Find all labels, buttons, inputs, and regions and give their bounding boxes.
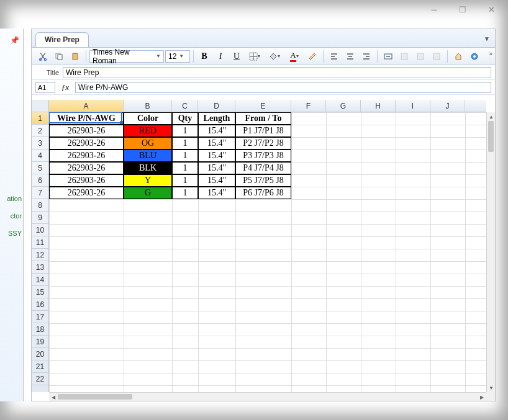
column-header[interactable]: E	[235, 100, 291, 112]
sidebar-item[interactable]: ctor	[0, 211, 23, 221]
row-header[interactable]: 15	[32, 286, 48, 298]
row-header[interactable]: 7	[32, 187, 48, 199]
sheet-tab[interactable]: Wire Prep	[35, 32, 89, 47]
vertical-scrollbar[interactable]: ▲ ▼	[486, 112, 495, 392]
scroll-right-arrow-icon[interactable]: ▶	[478, 393, 486, 401]
row-header[interactable]: 20	[32, 348, 48, 360]
cell[interactable]: 1	[172, 150, 198, 162]
cell[interactable]: From / To	[235, 112, 291, 125]
cell[interactable]: G	[124, 187, 172, 199]
cell[interactable]: RED	[124, 125, 172, 137]
scroll-down-arrow-icon[interactable]: ▼	[487, 383, 495, 392]
cell[interactable]: 1	[172, 162, 198, 174]
cell[interactable]: 15.4"	[198, 150, 235, 162]
column-header[interactable]: J	[430, 100, 465, 112]
cell[interactable]: BLU	[124, 150, 172, 162]
row-header[interactable]: 6	[32, 174, 48, 187]
column-header[interactable]: C	[172, 100, 198, 112]
insert-col-button[interactable]	[413, 50, 428, 63]
row-header[interactable]: 5	[32, 162, 48, 174]
horizontal-scrollbar[interactable]: ◀ ▶	[49, 392, 486, 401]
cell[interactable]: 262903-26	[49, 162, 124, 174]
tab-menu-arrow-icon[interactable]: ▼	[484, 35, 490, 42]
row-header[interactable]: 1	[32, 112, 48, 125]
font-family-combo[interactable]: Times New Roman▼	[89, 50, 164, 63]
sidebar-item[interactable]: SSY	[0, 228, 23, 238]
formula-input[interactable]: Wire P/N-AWG	[75, 82, 491, 93]
merge-cells-button[interactable]	[381, 50, 396, 63]
cell[interactable]: 15.4"	[198, 162, 235, 174]
cell[interactable]: Length	[198, 112, 235, 125]
cell[interactable]: P2 J7/P2 J8	[235, 137, 291, 150]
select-all-corner[interactable]	[32, 100, 49, 112]
maximize-button[interactable]: ☐	[448, 1, 477, 18]
row-header[interactable]: 14	[32, 274, 48, 286]
clear-button[interactable]	[451, 50, 466, 63]
cell[interactable]: 262903-26	[49, 187, 124, 199]
scroll-left-arrow-icon[interactable]: ◀	[49, 393, 58, 401]
cell[interactable]: P4 J7/P4 J8	[235, 162, 291, 174]
column-header[interactable]: A	[49, 100, 124, 112]
cell[interactable]: Wire P/N-AWG	[49, 112, 124, 125]
paste-icon[interactable]	[68, 50, 83, 63]
cell[interactable]: 15.4"	[198, 174, 235, 187]
fill-color-button[interactable]: ▾	[265, 50, 284, 63]
cell[interactable]: Color	[124, 112, 172, 125]
row-header[interactable]: 17	[32, 311, 48, 323]
cell[interactable]: 262903-26	[49, 137, 124, 150]
cell[interactable]: P5 J7/P5 J8	[235, 174, 291, 187]
cell[interactable]: BLK	[124, 162, 172, 174]
cell[interactable]: 1	[172, 125, 198, 137]
bold-button[interactable]: B	[197, 50, 212, 63]
row-header[interactable]: 2	[32, 125, 48, 137]
close-button[interactable]: ✕	[477, 1, 506, 18]
column-header[interactable]: H	[361, 100, 396, 112]
cell[interactable]: 15.4"	[198, 187, 235, 199]
row-header[interactable]: 16	[32, 298, 48, 311]
font-size-combo[interactable]: 12▼	[165, 50, 190, 63]
delete-button[interactable]	[429, 50, 444, 63]
column-header[interactable]: I	[396, 100, 430, 112]
italic-button[interactable]: I	[213, 50, 228, 63]
cell[interactable]: 1	[172, 187, 198, 199]
align-left-button[interactable]	[327, 50, 342, 63]
title-input[interactable]: Wire Prep	[63, 67, 491, 78]
column-header[interactable]: G	[326, 100, 361, 112]
cut-icon[interactable]	[35, 50, 50, 63]
cell[interactable]: P1 J7/P1 J8	[235, 125, 291, 137]
row-header[interactable]: 11	[32, 236, 48, 249]
cell[interactable]: Y	[124, 174, 172, 187]
cell[interactable]: 15.4"	[198, 137, 235, 150]
copy-icon[interactable]	[52, 50, 66, 63]
column-header[interactable]: D	[198, 100, 235, 112]
clear-format-button[interactable]	[305, 50, 320, 63]
row-header[interactable]: 18	[32, 323, 48, 336]
row-header[interactable]: 8	[32, 199, 48, 212]
row-header[interactable]: 9	[32, 212, 48, 224]
column-header[interactable]: B	[124, 100, 172, 112]
row-header[interactable]: 10	[32, 224, 48, 236]
fx-icon[interactable]: ƒx	[59, 83, 71, 92]
row-header[interactable]: 13	[32, 261, 48, 274]
cell[interactable]: 1	[172, 137, 198, 150]
underline-button[interactable]: U	[229, 50, 244, 63]
minimize-button[interactable]: ─	[420, 1, 448, 18]
insert-row-button[interactable]	[397, 50, 412, 63]
cell[interactable]: 15.4"	[198, 125, 235, 137]
row-header[interactable]: 3	[32, 137, 48, 150]
border-button[interactable]: ▾	[245, 50, 264, 63]
row-header[interactable]: 12	[32, 249, 48, 261]
scroll-up-arrow-icon[interactable]: ▲	[487, 112, 495, 121]
font-color-button[interactable]: A▾	[285, 50, 304, 63]
cell[interactable]: 262903-26	[49, 150, 124, 162]
cell[interactable]: P6 J7/P6 J8	[235, 187, 291, 199]
cell[interactable]: 262903-26	[49, 174, 124, 187]
cell[interactable]: Qty	[172, 112, 198, 125]
toolbar-overflow-icon[interactable]: »	[489, 50, 492, 57]
row-header[interactable]: 19	[32, 336, 48, 348]
sidebar-item[interactable]: ation	[0, 194, 23, 203]
scroll-thumb[interactable]	[58, 394, 132, 400]
cell[interactable]: OG	[124, 137, 172, 150]
align-center-button[interactable]	[343, 50, 358, 63]
cell[interactable]: P3 J7/P3 J8	[235, 150, 291, 162]
